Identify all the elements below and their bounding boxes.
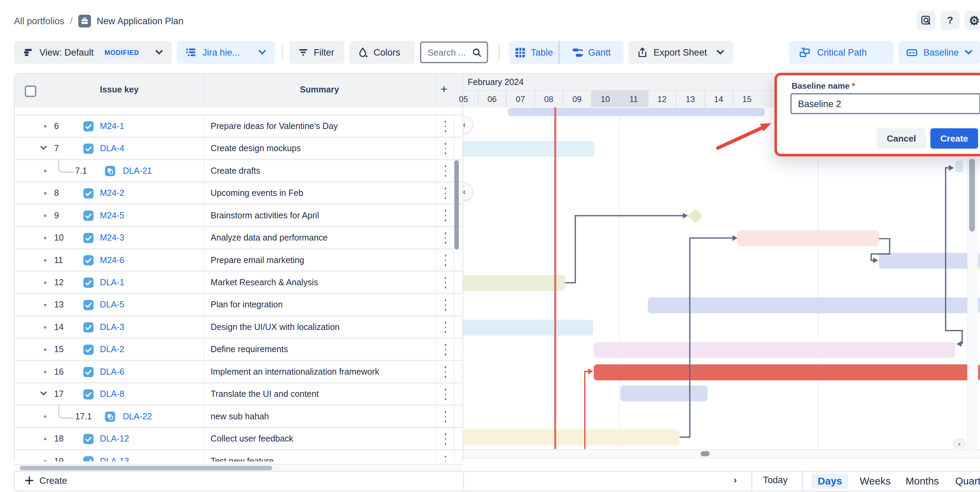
- search-input[interactable]: Search ...: [420, 41, 488, 63]
- bar-row10[interactable]: [738, 230, 879, 246]
- table-row[interactable]: 16DLA-6Implement an internationalization…: [15, 361, 463, 384]
- select-all-checkbox[interactable]: [25, 86, 37, 97]
- issue-key-link[interactable]: DLA-22: [123, 411, 152, 421]
- issue-key-link[interactable]: M24-5: [100, 211, 124, 220]
- zoom-level-weeks[interactable]: Weeks: [853, 474, 897, 489]
- table-vertical-scrollbar[interactable]: [455, 160, 458, 249]
- row-menu-button[interactable]: [442, 433, 449, 445]
- issue-key-link[interactable]: M24-3: [100, 233, 124, 243]
- row-menu-button[interactable]: [442, 121, 449, 132]
- row-menu-button[interactable]: [442, 254, 449, 266]
- issue-key-link[interactable]: M24-2: [100, 188, 124, 198]
- bar-row13[interactable]: [648, 298, 980, 314]
- bar-row12[interactable]: [463, 275, 565, 291]
- issue-key-link[interactable]: DLA-2: [100, 344, 124, 354]
- milestone-row9[interactable]: [687, 208, 703, 224]
- filter-button[interactable]: Filter: [290, 41, 344, 64]
- bar-row11[interactable]: [879, 253, 980, 269]
- table-row[interactable]: 19DLA-13Test new feature: [15, 451, 463, 461]
- issue-key-link[interactable]: DLA-4: [100, 144, 124, 153]
- bar-row7[interactable]: [463, 141, 595, 157]
- issue-key-link[interactable]: DLA-3: [100, 322, 124, 332]
- bar-row14[interactable]: [463, 320, 593, 336]
- collapse-chevron-icon[interactable]: [40, 391, 47, 396]
- row-menu-button[interactable]: [442, 210, 449, 221]
- row-menu-button[interactable]: [442, 344, 449, 356]
- table-row[interactable]: 7.1DLA-21Create drafts: [15, 160, 463, 182]
- row-menu-button[interactable]: [442, 188, 449, 199]
- table-row[interactable]: 11M24-6Prepare email marketing: [15, 249, 463, 271]
- bar-row16-critical[interactable]: [594, 364, 980, 381]
- issue-key-link[interactable]: DLA-12: [100, 434, 129, 444]
- table-row[interactable]: 17DLA-8Translate the UI and content: [15, 384, 463, 406]
- bar-row15[interactable]: [594, 342, 955, 358]
- table-row[interactable]: 8M24-2Upcoming events in Feb: [15, 183, 463, 205]
- expand-timeline-button[interactable]: ›: [734, 475, 737, 485]
- issue-key-link[interactable]: DLA-13: [100, 456, 129, 461]
- row-menu-button[interactable]: [442, 277, 449, 289]
- row-menu-button[interactable]: [442, 367, 449, 378]
- bar-row17[interactable]: [620, 386, 708, 402]
- cancel-button[interactable]: Cancel: [877, 128, 926, 149]
- table-row[interactable]: 18DLA-12Collect user feedback: [15, 428, 463, 451]
- issue-key-link[interactable]: DLA-8: [100, 389, 124, 399]
- table-row[interactable]: 10M24-3Analyze data and performance: [15, 227, 463, 249]
- zoom-level-days[interactable]: Days: [811, 474, 848, 489]
- row-number: 15: [54, 344, 64, 354]
- table-row[interactable]: 14DLA-3Design the UI/UX with localizatio…: [15, 317, 463, 339]
- export-sheet-button[interactable]: Export Sheet: [628, 41, 733, 64]
- view-selector-button[interactable]: View: Default MODIFIED: [14, 41, 172, 64]
- help-button[interactable]: ?: [940, 11, 959, 30]
- row-menu-button[interactable]: [442, 165, 449, 177]
- create-issue-button[interactable]: Create: [25, 475, 67, 486]
- row-menu-button[interactable]: [442, 143, 449, 155]
- issue-key-link[interactable]: DLA-1: [100, 278, 124, 287]
- bar-row18[interactable]: [463, 430, 680, 446]
- scroll-up-button[interactable]: ▴: [952, 438, 967, 449]
- add-column-button[interactable]: +: [441, 82, 448, 96]
- gantt-vertical-scrollbar[interactable]: [969, 159, 975, 232]
- table-row-partial[interactable]: [15, 107, 463, 115]
- table-row[interactable]: 12DLA-1Market Research & Analysis: [15, 272, 463, 294]
- scroll-to-bar-button[interactable]: ‹: [463, 116, 473, 133]
- scroll-to-bar-button[interactable]: ‹: [463, 183, 473, 200]
- row-menu-button[interactable]: [442, 389, 449, 400]
- hierarchy-selector-button[interactable]: Jira hie...: [177, 41, 275, 64]
- collapse-chevron-icon[interactable]: [40, 145, 47, 150]
- table-view-button[interactable]: Table: [509, 41, 558, 64]
- column-header-issue-key[interactable]: Issue key: [35, 85, 204, 95]
- baseline-name-input[interactable]: Baseline 2: [791, 93, 980, 114]
- breadcrumb-all-portfolios-link[interactable]: All portfolios: [14, 16, 64, 26]
- gantt-horizontal-scrollbar[interactable]: [701, 451, 710, 456]
- gantt-view-button[interactable]: Gantt: [559, 41, 624, 64]
- table-row[interactable]: 7DLA-4Create design mockups: [15, 138, 463, 160]
- row-menu-button[interactable]: [442, 299, 449, 311]
- issue-key-link[interactable]: DLA-5: [100, 300, 124, 309]
- issue-key-link[interactable]: DLA-6: [100, 367, 124, 376]
- issue-key-link[interactable]: DLA-21: [123, 166, 152, 175]
- bar-row7-1[interactable]: [955, 160, 963, 172]
- table-row[interactable]: 17.1DLA-22new sub hahah: [15, 406, 463, 428]
- issue-key-link[interactable]: M24-1: [100, 121, 124, 131]
- table-horizontal-scrollbar[interactable]: [20, 465, 272, 470]
- row-menu-button[interactable]: [442, 232, 449, 244]
- row-menu-button[interactable]: [442, 322, 449, 333]
- colors-button[interactable]: Colors: [349, 41, 415, 64]
- settings-button[interactable]: ⚙: [965, 11, 980, 30]
- row-menu-button[interactable]: [442, 455, 449, 461]
- baseline-button[interactable]: Baseline: [898, 41, 980, 64]
- table-row[interactable]: 6M24-1Prepare ideas for Valentine's Day: [15, 116, 463, 138]
- issue-summary: Create design mockups: [211, 144, 301, 153]
- zoom-level-months[interactable]: Months: [899, 474, 945, 489]
- today-button[interactable]: Today: [763, 475, 788, 485]
- table-row[interactable]: 15DLA-2Define requirements: [15, 339, 463, 361]
- create-button[interactable]: Create: [931, 128, 978, 149]
- preview-button[interactable]: [916, 11, 935, 30]
- critical-path-button[interactable]: Critical Path: [789, 41, 894, 64]
- table-row[interactable]: 9M24-5Brainstorm activities for April: [15, 205, 463, 227]
- table-row[interactable]: 13DLA-5Plan for integration: [15, 294, 463, 316]
- column-header-summary[interactable]: Summary: [204, 85, 435, 95]
- zoom-level-quarters[interactable]: Quarters: [949, 474, 980, 489]
- row-menu-button[interactable]: [442, 411, 449, 422]
- issue-key-link[interactable]: M24-6: [100, 255, 124, 265]
